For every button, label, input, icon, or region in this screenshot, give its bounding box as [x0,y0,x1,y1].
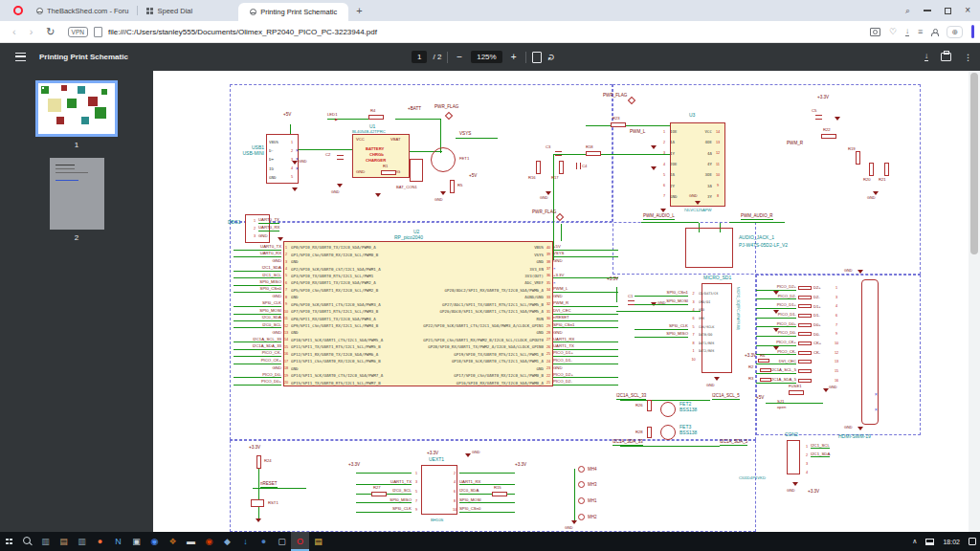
action-center-icon[interactable] [969,538,976,545]
speed-dial-grid-icon [146,8,153,14]
u2-right-pins: VBUS 40 +5V VSYS 39 VSYS GND 38 GND 3V3_… [394,244,620,386]
taskbar-app-icon[interactable]: ▣ [127,532,145,551]
tab-printing-print-schematic[interactable]: Printing Print Schematic [238,3,348,21]
gnd-symbol [292,161,298,165]
r27-label: R27 [373,486,381,490]
dbg1-pins: 1 UART0_TX 2 UART0_RX 3 GND [251,217,318,240]
taskbar-search-icon[interactable] [18,532,36,551]
con2-pin-row: 3 [803,459,860,468]
u3-pin-row: 4Y 11 [685,159,727,169]
taskbar-app-icon[interactable]: ↓ [236,532,255,551]
taskbar-app-icon[interactable]: ▢ [273,532,291,551]
taskbar-app-icon[interactable]: ◉ [145,532,164,551]
taskbar-app-icon[interactable]: ▤ [309,532,327,551]
plus5v-flag: +5V [756,396,764,401]
fuse1-symbol [789,390,804,395]
snapshot-icon[interactable] [870,28,880,36]
zoom-in-button[interactable]: + [508,52,520,62]
taskbar-app-icon[interactable]: O [291,532,309,551]
dbg-pin-row: 3 GND [251,232,318,240]
clock[interactable]: 18:02 [943,539,960,545]
wire [729,222,785,223]
r3-resistor [760,378,771,382]
scrollbar-thumb[interactable] [970,73,978,254]
taskbar-app-icon[interactable]: ❖ [164,532,182,551]
taskbar-app-icon[interactable]: ● [255,532,273,551]
taskbar-app-icon[interactable]: ◉ [200,532,218,551]
downloads-icon[interactable]: ↓ [905,28,909,36]
plus33v-flag: +3.3V [808,490,819,495]
hdmi-signal-row: PICO_D1+ D1+ 4 [756,301,858,311]
forward-button[interactable]: › [30,26,33,37]
series-resistor [798,360,812,364]
u2-value: RP_pico2040 [394,235,423,241]
url-text[interactable]: file:///C:/Users/stanley555/Documents/Ol… [108,28,870,36]
taskbar-app-icon[interactable]: ▤ [55,532,73,551]
vpn-badge[interactable]: VPN [68,27,88,37]
thumbnail-label: 1 [35,141,118,149]
print-icon[interactable] [941,53,951,61]
easy-setup-icon[interactable]: ⊕ [947,26,963,38]
bookmark-heart-icon[interactable]: ♡ [889,28,897,36]
scrollbar[interactable] [969,71,980,532]
u2-pin-row: GND 38 GND [394,258,620,265]
thumbnail-page-1[interactable] [35,80,118,137]
pwr-flag-label: PWR_FLAG [434,105,458,110]
back-button[interactable]: ‹ [12,26,16,37]
mh-row: MH2 [578,509,635,525]
taskbar-app-icon[interactable]: ● [91,532,109,551]
start-button[interactable] [0,532,18,551]
page-number-input[interactable]: 1 [412,51,427,63]
taskbar-app-icon[interactable]: ◆ [218,532,236,551]
u2-pin-row: GP26/ADC0/SPI1_SCK/UART1_CTS/I2C1_SDA/PW… [394,308,620,315]
opera-logo-icon[interactable] [13,6,23,15]
taskbar-app-icon[interactable]: ▥ [36,532,55,551]
tab-thebackshed[interactable]: TheBackShed.com - Foru [31,0,134,21]
reading-list-icon[interactable]: ≡ [918,28,923,36]
hdmi-signal-row: PICO_CK- CK- 12 [756,348,858,358]
reload-button[interactable]: ↻ [46,26,55,38]
r23-label: R23 [612,117,620,121]
series-resistor [798,379,812,383]
zoom-level[interactable]: 125% [471,51,501,63]
gnd-symbol [256,518,261,522]
fit-page-icon[interactable] [532,52,542,63]
rst1-button [251,499,264,507]
more-options-icon[interactable]: ⋮ [964,53,972,62]
thumbnail-page-2[interactable] [50,158,104,230]
gnd-symbol [440,191,446,195]
gnd-symbol [695,201,701,205]
r28-label: R28 [635,430,643,434]
fet2-symbol [660,402,676,417]
r28-resistor [647,427,652,438]
taskbar-app-icon[interactable]: ▬ [182,532,200,551]
tray-chevron-icon[interactable]: ∧ [912,538,917,545]
menu-hamburger-icon[interactable] [15,53,26,61]
zoom-out-button[interactable]: − [454,52,465,62]
c4-capacitor [576,163,581,169]
restore-button[interactable] [945,8,951,14]
gnd-symbol [651,145,657,149]
taskbar: ▥ ▤ ▥ ● N ▣ ◉ ❖ ▬ ◉ ◆ ↓ [0,532,980,551]
gnd-label: GND [706,385,714,388]
uext-pin-row: SPI0_MISO 7 8 SPI0_MOSI [356,496,523,506]
network-icon[interactable] [925,539,934,545]
download-icon[interactable]: ↓ [924,53,928,61]
rst1-label: RST1 [268,501,278,505]
uext1-value: BH10S [431,518,443,523]
r5-label: R5 [457,184,462,187]
sd-pin-row: SPI0_CSn1 2 CD/DAT3/CS [635,290,734,298]
tab-search-icon[interactable]: ⌕ [905,6,910,16]
tab-speed-dial[interactable]: Speed Dial [141,0,198,21]
taskbar-app-icon[interactable]: ▥ [73,532,91,551]
minimize-button[interactable] [924,10,931,11]
rotate-icon[interactable]: ↻ [546,54,555,61]
gnd-symbol [858,270,863,274]
taskbar-app-icon[interactable]: N [109,532,127,551]
microsd-ref: MICRO_SD1 [703,276,731,281]
new-tab-button[interactable]: + [356,5,362,16]
profile-icon[interactable] [931,29,938,35]
u2-pin-row: GP17/SPI0_CSn/UART0_RX/I2C0_SCL/PWM0_B 2… [394,372,620,379]
r21-resistor [884,163,889,176]
close-button[interactable]: × [965,6,970,15]
